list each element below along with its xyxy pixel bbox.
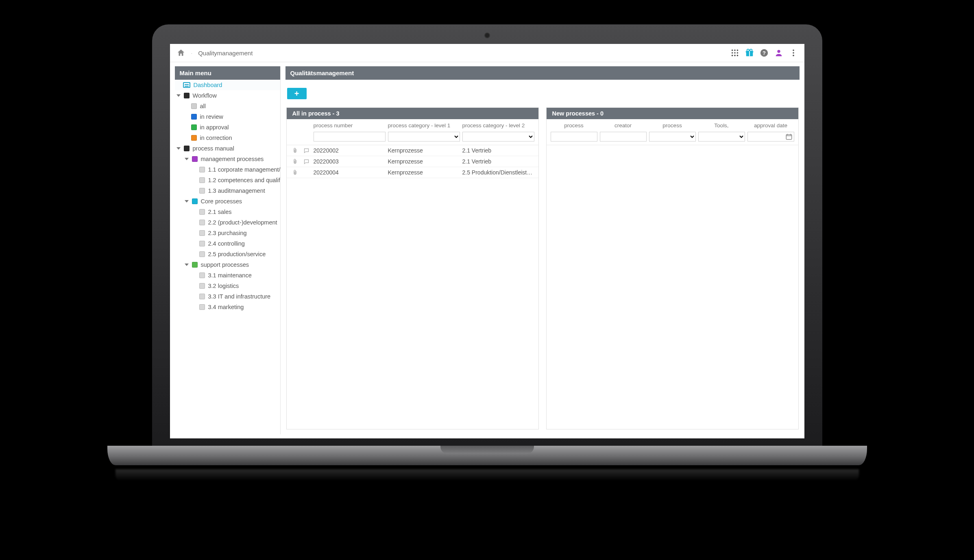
sidebar-item-label: management processes <box>201 156 264 162</box>
attachment-icon[interactable] <box>291 148 300 154</box>
sidebar-item-wf-all[interactable]: all <box>175 101 280 111</box>
sidebar-item-label: in approval <box>200 124 229 131</box>
sidebar-item-wf-approval[interactable]: in approval <box>175 122 280 133</box>
sidebar-item-manual[interactable]: process manual <box>175 143 280 154</box>
laptop-shadow <box>115 469 859 481</box>
card-title: New processes - 0 <box>547 108 798 119</box>
col-header: process category - level 1 <box>388 122 460 129</box>
laptop-base <box>107 446 867 465</box>
cell-cat2: 2.5 Produktion/Dienstleistung <box>462 169 534 176</box>
breadcrumb[interactable]: Qualitymanagement <box>198 50 253 57</box>
filter-process-select[interactable] <box>649 132 696 142</box>
card-new-processes: New processes - 0 process creator proces… <box>546 107 799 429</box>
svg-rect-20 <box>786 135 792 139</box>
page-icon <box>199 188 205 194</box>
table-body: 20220002Kernprozesse2.1 Vertrieb20220003… <box>287 145 538 178</box>
sidebar-item-support-4[interactable]: 3.4 marketing <box>175 302 280 312</box>
camera-dot <box>485 33 489 37</box>
table-filter-row <box>287 130 538 145</box>
page-icon <box>199 294 205 299</box>
sidebar-item-label: 2.1 sales <box>208 209 232 215</box>
topbar-actions: ? <box>730 48 798 57</box>
sidebar-item-wf-correction[interactable]: in correction <box>175 133 280 143</box>
sidebar-item-mgmt-2[interactable]: 1.2 competences and qualif… <box>175 175 280 185</box>
cards-row: All in process - 3 process number proces… <box>285 107 800 434</box>
calendar-icon[interactable] <box>785 133 793 140</box>
comment-icon[interactable] <box>302 148 311 154</box>
more-icon[interactable] <box>789 48 798 57</box>
cell-cat1: Kernprozesse <box>388 147 460 154</box>
svg-point-17 <box>793 50 794 51</box>
filter-cat1-select[interactable] <box>388 132 460 142</box>
page-icon <box>199 283 205 289</box>
sidebar: Main menu Dashboard Workflow <box>175 66 281 434</box>
cell-cat2: 2.1 Vertrieb <box>462 147 534 154</box>
add-button[interactable]: + <box>287 88 307 99</box>
svg-point-3 <box>731 52 733 54</box>
card-in-process: All in process - 3 process number proces… <box>286 107 539 429</box>
col-header: process <box>649 122 696 129</box>
page-icon <box>199 241 205 246</box>
laptop-notch <box>440 446 534 454</box>
cell-cat2: 2.1 Vertrieb <box>462 158 534 165</box>
sidebar-item-label: process manual <box>193 145 234 152</box>
table-row[interactable]: 20220004Kernprozesse2.5 Produktion/Diens… <box>287 167 538 178</box>
table-row[interactable]: 20220003Kernprozesse2.1 Vertrieb <box>287 156 538 167</box>
sidebar-item-mgmt-3[interactable]: 1.3 auditmanagement <box>175 185 280 196</box>
svg-point-7 <box>734 55 736 57</box>
sidebar-item-dashboard[interactable]: Dashboard <box>175 80 280 90</box>
attachment-icon[interactable] <box>291 159 300 165</box>
svg-point-16 <box>777 50 780 53</box>
page-icon <box>199 272 205 278</box>
sidebar-item-support-1[interactable]: 3.1 maintenance <box>175 270 280 281</box>
sidebar-item-core-3[interactable]: 2.3 purchasing <box>175 228 280 238</box>
sidebar-item-label: 2.5 production/service <box>208 251 266 257</box>
svg-point-5 <box>736 52 738 54</box>
app-screen: · Qualitymanagement ? <box>170 44 804 438</box>
col-header: creator <box>600 122 647 129</box>
apps-icon[interactable] <box>730 48 739 57</box>
filter-process[interactable] <box>551 132 597 142</box>
topbar: · Qualitymanagement ? <box>170 44 804 62</box>
sidebar-item-mgmt-1[interactable]: 1.1 corporate management/… <box>175 164 280 175</box>
page-icon <box>199 230 205 236</box>
sidebar-item-support-3[interactable]: 3.3 IT and infrastructure <box>175 291 280 302</box>
svg-text:?: ? <box>763 50 766 56</box>
sidebar-item-label: 1.3 auditmanagement <box>208 187 265 194</box>
help-icon[interactable]: ? <box>760 48 769 57</box>
attachment-icon[interactable] <box>291 170 300 176</box>
sidebar-item-core[interactable]: Core processes <box>175 196 280 207</box>
sidebar-item-workflow[interactable]: Workflow <box>175 90 280 101</box>
breadcrumb-separator: · <box>191 50 193 56</box>
filter-tools-select[interactable] <box>698 132 745 142</box>
home-icon[interactable] <box>176 48 185 57</box>
sidebar-item-core-4[interactable]: 2.4 controlling <box>175 238 280 249</box>
user-icon[interactable] <box>774 48 783 57</box>
sidebar-item-core-1[interactable]: 2.1 sales <box>175 207 280 217</box>
laptop-mockup: · Qualitymanagement ? <box>152 24 822 481</box>
sidebar-item-core-5[interactable]: 2.5 production/service <box>175 249 280 259</box>
sidebar-item-support-2[interactable]: 3.2 logistics <box>175 281 280 291</box>
table-filter-row <box>547 130 798 145</box>
sidebar-item-wf-review[interactable]: in review <box>175 111 280 122</box>
sidebar-item-mgmt[interactable]: management processes <box>175 154 280 164</box>
page-icon <box>199 220 205 225</box>
filter-creator[interactable] <box>600 132 647 142</box>
table-header: process number process category - level … <box>287 119 538 130</box>
sidebar-item-label: 3.4 marketing <box>208 304 244 310</box>
filter-process-number[interactable] <box>314 132 386 142</box>
caret-icon <box>176 94 181 97</box>
sidebar-item-core-2[interactable]: 2.2 (product-)development <box>175 217 280 228</box>
folder-icon <box>191 135 197 141</box>
sidebar-item-support[interactable]: support processes <box>175 259 280 270</box>
gift-icon[interactable] <box>745 48 754 57</box>
filter-cat2-select[interactable] <box>462 132 534 142</box>
page-icon <box>199 209 205 215</box>
comment-icon[interactable] <box>302 159 311 165</box>
table-row[interactable]: 20220002Kernprozesse2.1 Vertrieb <box>287 145 538 156</box>
sidebar-item-label: Workflow <box>193 92 217 99</box>
svg-point-4 <box>734 52 736 54</box>
caret-icon <box>185 264 189 266</box>
svg-point-19 <box>793 55 794 57</box>
sidebar-item-label: Core processes <box>201 198 242 205</box>
